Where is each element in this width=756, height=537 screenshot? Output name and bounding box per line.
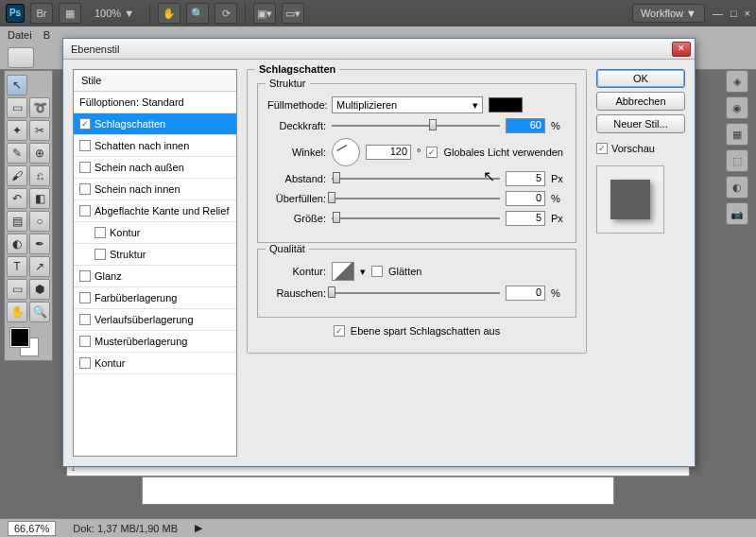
style-item[interactable]: Verlaufsüberlagerung xyxy=(74,309,236,331)
new-style-button[interactable]: Neuer Stil... xyxy=(596,114,685,133)
checkbox-icon[interactable] xyxy=(79,357,91,369)
size-input[interactable]: 5 xyxy=(506,211,545,226)
checkbox-icon[interactable] xyxy=(79,183,91,195)
style-item[interactable]: Musterüberlagerung xyxy=(74,331,236,353)
px-unit: Px xyxy=(551,213,566,224)
path-tool[interactable]: ↗ xyxy=(29,256,50,277)
top-zoom[interactable]: 100% ▼ xyxy=(87,8,142,19)
noise-slider[interactable] xyxy=(332,286,500,300)
brush-tool[interactable]: 🖌 xyxy=(7,165,27,186)
rotate-icon[interactable]: ⟳ xyxy=(215,3,237,24)
checkbox-icon[interactable] xyxy=(79,162,91,173)
ok-button[interactable]: OK xyxy=(596,69,685,88)
style-item[interactable]: Schatten nach innen xyxy=(74,135,236,157)
zoom-tool[interactable]: 🔍 xyxy=(29,302,50,322)
blend-mode-dropdown[interactable]: Multiplizieren▾ xyxy=(332,96,483,113)
menu-b[interactable]: B xyxy=(43,29,50,41)
menu-datei[interactable]: Datei xyxy=(8,29,32,41)
style-item[interactable]: Farbüberlagerung xyxy=(74,287,236,309)
checkbox-icon[interactable] xyxy=(94,249,106,260)
arrange-icon[interactable]: ▣▾ xyxy=(253,3,276,24)
chevron-down-icon[interactable]: ▾ xyxy=(360,266,366,278)
checkbox-icon[interactable] xyxy=(94,227,106,238)
angle-input[interactable]: 120 xyxy=(366,145,411,160)
crop-tool[interactable]: ✂ xyxy=(29,120,50,141)
hand-tool[interactable]: ✋ xyxy=(7,302,27,322)
checkbox-icon[interactable] xyxy=(79,292,91,303)
wand-tool[interactable]: ✦ xyxy=(7,120,27,141)
style-item[interactable]: Schein nach außen xyxy=(74,157,236,179)
checkbox-icon[interactable] xyxy=(79,336,91,347)
spread-input[interactable]: 0 xyxy=(506,191,545,206)
styles-header[interactable]: Stile xyxy=(74,70,236,92)
contour-picker[interactable] xyxy=(332,262,354,281)
style-item[interactable]: Kontur xyxy=(74,222,236,244)
panel-btn-1[interactable]: ◈ xyxy=(726,70,748,93)
schlagschatten-group: Schlagschatten Struktur Füllmethode: Mul… xyxy=(247,69,587,354)
gradient-tool[interactable]: ▤ xyxy=(7,211,27,232)
panel-btn-3[interactable]: ▦ xyxy=(726,123,748,146)
antialias-checkbox[interactable] xyxy=(371,266,383,277)
lasso-tool[interactable]: ➰ xyxy=(29,97,50,118)
stamp-tool[interactable]: ⎌ xyxy=(29,165,50,186)
current-tool-icon[interactable] xyxy=(8,47,34,68)
global-light-checkbox[interactable]: ✓ xyxy=(426,147,438,158)
distance-slider[interactable] xyxy=(332,172,500,185)
blur-tool[interactable]: ○ xyxy=(29,211,50,232)
checkbox-icon[interactable] xyxy=(79,314,91,325)
dialog-close-button[interactable]: ✕ xyxy=(672,42,691,57)
dodge-tool[interactable]: ◐ xyxy=(7,234,27,254)
maximize-icon[interactable]: □ xyxy=(730,8,737,19)
checkbox-icon[interactable] xyxy=(79,140,91,151)
opacity-slider[interactable] xyxy=(332,119,500,132)
style-item[interactable]: Glanz xyxy=(74,266,236,287)
screen-icon[interactable]: ▭▾ xyxy=(282,3,304,24)
style-item[interactable]: Kontur xyxy=(74,353,236,374)
checkbox-icon[interactable] xyxy=(79,270,91,282)
dialog-titlebar[interactable]: Ebenenstil ✕ xyxy=(63,39,695,60)
checkbox-icon[interactable] xyxy=(79,205,91,217)
distance-input[interactable]: 5 xyxy=(506,171,545,186)
size-slider[interactable] xyxy=(332,212,500,225)
marquee-tool[interactable]: ▭ xyxy=(7,97,27,118)
style-item[interactable]: Abgeflachte Kante und Relief xyxy=(74,200,236,222)
status-arrow-icon[interactable]: ▶ xyxy=(195,522,202,534)
pen-tool[interactable]: ✒ xyxy=(29,234,50,254)
canvas[interactable] xyxy=(142,476,614,505)
shadow-color-swatch[interactable] xyxy=(489,97,523,113)
shape-tool[interactable]: ▭ xyxy=(7,279,27,300)
eyedropper-tool[interactable]: ✎ xyxy=(7,143,27,164)
checkbox-icon[interactable]: ✓ xyxy=(79,118,91,130)
3d-tool[interactable]: ⬢ xyxy=(29,279,50,300)
foreground-color[interactable] xyxy=(10,328,29,347)
cancel-button[interactable]: Abbrechen xyxy=(596,92,685,111)
spread-slider[interactable] xyxy=(332,192,500,205)
bridge-button[interactable]: Br xyxy=(30,3,53,24)
preview-checkbox[interactable]: ✓ xyxy=(596,143,608,154)
angle-dial[interactable] xyxy=(332,138,360,166)
knockout-checkbox[interactable]: ✓ xyxy=(334,325,345,337)
close-icon[interactable]: × xyxy=(745,8,750,19)
hand-icon[interactable]: ✋ xyxy=(158,3,180,24)
panel-btn-6[interactable]: 📷 xyxy=(726,202,748,225)
film-icon[interactable]: ▦ xyxy=(59,3,81,24)
minimize-icon[interactable]: — xyxy=(713,8,723,19)
history-tool[interactable]: ↶ xyxy=(7,188,27,209)
panel-btn-4[interactable]: ⬚ xyxy=(726,149,748,172)
fill-options-item[interactable]: Fülloptionen: Standard xyxy=(74,92,236,113)
style-item[interactable]: Struktur xyxy=(74,244,236,266)
style-item[interactable]: Schein nach innen xyxy=(74,179,236,200)
status-zoom[interactable]: 66,67% xyxy=(8,521,56,536)
panel-btn-5[interactable]: ◐ xyxy=(726,176,748,199)
zoom-icon[interactable]: 🔍 xyxy=(186,3,209,24)
eraser-tool[interactable]: ◧ xyxy=(29,188,50,209)
workspace-switcher[interactable]: Workflow ▼ xyxy=(632,4,705,23)
healing-tool[interactable]: ⊕ xyxy=(29,143,50,164)
style-item-schlagschatten[interactable]: ✓Schlagschatten xyxy=(74,113,236,135)
move-tool[interactable]: ↖ xyxy=(7,75,27,95)
type-tool[interactable]: T xyxy=(7,256,27,277)
panel-btn-2[interactable]: ◉ xyxy=(726,96,748,119)
separator xyxy=(149,3,150,24)
noise-input[interactable]: 0 xyxy=(506,286,545,301)
opacity-input[interactable]: 60 xyxy=(506,118,545,133)
